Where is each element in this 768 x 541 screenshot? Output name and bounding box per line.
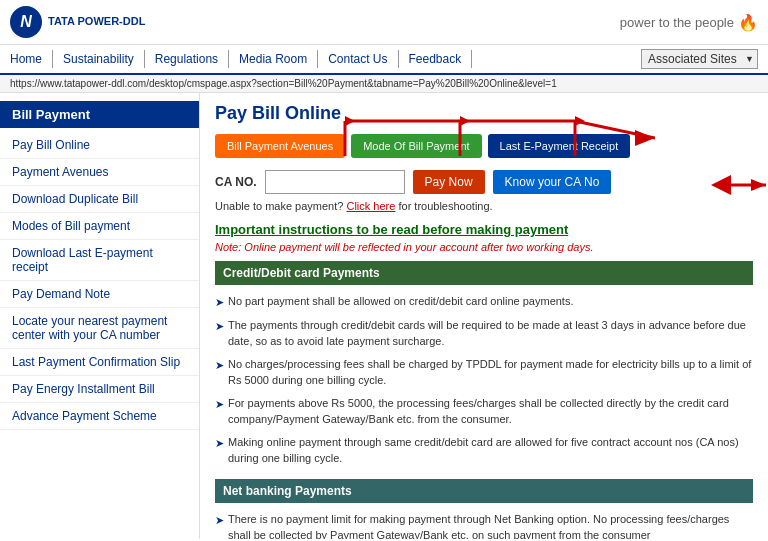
credit-bullet-5: ➤ Making online payment through same cre… xyxy=(215,432,753,471)
credit-bullet-4: ➤ For payments above Rs 5000, the proces… xyxy=(215,393,753,432)
credit-bullet-1: ➤ No part payment shall be allowed on cr… xyxy=(215,291,753,315)
last-receipt-button[interactable]: Last E-Payment Receipt xyxy=(488,134,631,158)
arrow-icon-2: ➤ xyxy=(215,318,224,350)
associated-sites-wrapper: Associated Sites xyxy=(641,49,758,69)
nav-feedback[interactable]: Feedback xyxy=(399,50,473,68)
sidebar-item-download-duplicate[interactable]: Download Duplicate Bill xyxy=(0,186,199,213)
nav-bar: Home Sustainability Regulations Media Ro… xyxy=(0,45,768,75)
netbanking-section-header: Net banking Payments xyxy=(215,479,753,503)
arrow-icon-4: ➤ xyxy=(215,396,224,428)
site-header: N TATA POWER-DDL power to the people 🔥 xyxy=(0,0,768,45)
sidebar-item-pay-energy[interactable]: Pay Energy Installment Bill xyxy=(0,376,199,403)
sidebar-item-last-payment-slip[interactable]: Last Payment Confirmation Slip xyxy=(0,349,199,376)
page-title: Pay Bill Online xyxy=(215,103,753,124)
credit-bullet-3: ➤ No charges/processing fees shall be ch… xyxy=(215,354,753,393)
top-action-buttons: Bill Payment Avenues Mode Of Bill Paymen… xyxy=(215,134,753,158)
nav-home[interactable]: Home xyxy=(10,50,53,68)
url-bar: https://www.tatapower-ddl.com/desktop/cm… xyxy=(0,75,768,93)
logo-icon: N xyxy=(10,6,42,38)
sidebar-item-pay-demand-note[interactable]: Pay Demand Note xyxy=(0,281,199,308)
credit-section-header: Credit/Debit card Payments xyxy=(215,261,753,285)
main-layout: Bill Payment Pay Bill Online Payment Ave… xyxy=(0,93,768,539)
instructions-title: Important instructions to be read before… xyxy=(215,222,753,237)
trouble-link[interactable]: Click here xyxy=(346,200,395,212)
nav-contact-us[interactable]: Contact Us xyxy=(318,50,398,68)
ca-number-row: CA NO. Pay Now Know your CA No xyxy=(215,170,753,194)
company-name: TATA POWER-DDL xyxy=(48,15,145,28)
arrow-icon-5: ➤ xyxy=(215,435,224,467)
flame-icon: 🔥 xyxy=(738,13,758,32)
sidebar-item-payment-avenues[interactable]: Payment Avenues xyxy=(0,159,199,186)
netbanking-bullet-1: ➤ There is no payment limit for making p… xyxy=(215,509,753,540)
arrow-icon-nb: ➤ xyxy=(215,512,224,540)
know-ca-button[interactable]: Know your CA No xyxy=(493,170,612,194)
nav-sustainability[interactable]: Sustainability xyxy=(53,50,145,68)
sidebar-item-advance-payment[interactable]: Advance Payment Scheme xyxy=(0,403,199,430)
svg-marker-11 xyxy=(751,179,766,191)
ca-input[interactable] xyxy=(265,170,405,194)
associated-select-wrapper[interactable]: Associated Sites xyxy=(641,49,758,69)
note-text: Note: Online payment will be reflected i… xyxy=(215,241,753,253)
pay-now-button[interactable]: Pay Now xyxy=(413,170,485,194)
sidebar: Bill Payment Pay Bill Online Payment Ave… xyxy=(0,93,200,539)
nav-regulations[interactable]: Regulations xyxy=(145,50,229,68)
sidebar-title: Bill Payment xyxy=(0,101,199,128)
credit-bullet-2: ➤ The payments through credit/debit card… xyxy=(215,315,753,354)
sidebar-item-download-last-epayment[interactable]: Download Last E-payment receipt xyxy=(0,240,199,281)
mode-of-bill-button[interactable]: Mode Of Bill Payment xyxy=(351,134,481,158)
logo-area: N TATA POWER-DDL xyxy=(10,6,145,38)
tagline: power to the people 🔥 xyxy=(620,13,758,32)
trouble-text: Unable to make payment? Click here for t… xyxy=(215,200,753,212)
ca-label: CA NO. xyxy=(215,175,257,189)
sidebar-item-modes-bill[interactable]: Modes of Bill payment xyxy=(0,213,199,240)
arrow-icon-1: ➤ xyxy=(215,294,224,311)
bill-payment-avenues-button[interactable]: Bill Payment Avenues xyxy=(215,134,345,158)
sidebar-item-pay-bill-online[interactable]: Pay Bill Online xyxy=(0,132,199,159)
content-area: Pay Bill Online Bill Payment Avenues Mod… xyxy=(200,93,768,539)
nav-media-room[interactable]: Media Room xyxy=(229,50,318,68)
associated-sites-select[interactable]: Associated Sites xyxy=(641,49,758,69)
sidebar-item-locate-nearest[interactable]: Locate your nearest payment center with … xyxy=(0,308,199,349)
arrow-icon-3: ➤ xyxy=(215,357,224,389)
